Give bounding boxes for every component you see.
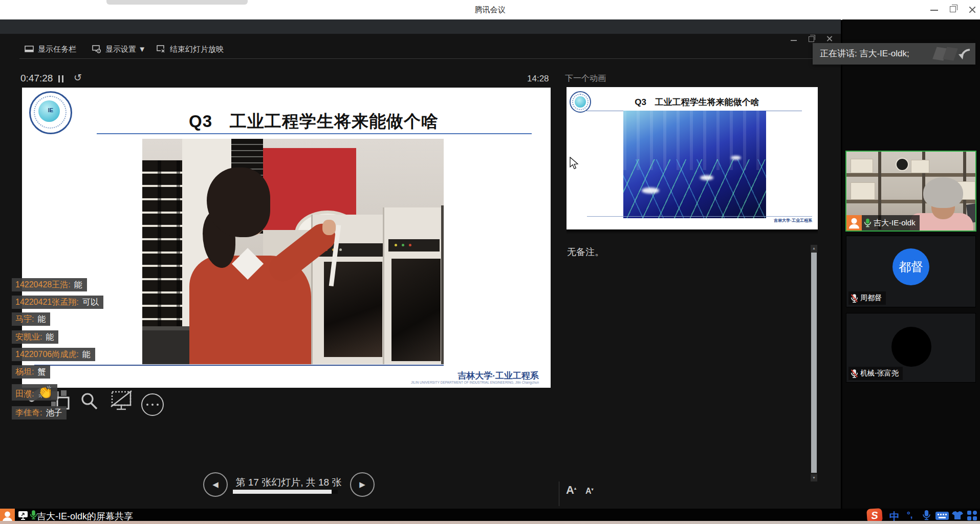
chat-message: 马宇:能 — [12, 312, 50, 326]
increase-font-button[interactable]: A▴ — [566, 484, 576, 497]
preview-slide-footer: 吉林大学·工业工程系 — [720, 218, 812, 223]
window-titlebar: 腾讯会议 — [0, 0, 980, 20]
black-screen-button[interactable] — [110, 389, 133, 415]
avatar: 都督 — [892, 248, 929, 285]
taskbar-icon — [25, 45, 34, 54]
speaking-indicator-text: 正在讲话: 吉大-IE-oldk; — [820, 43, 909, 65]
mic-muted-icon — [851, 294, 858, 303]
slide-footer: 吉林大学·工业工程系 — [380, 370, 539, 382]
more-options-button[interactable] — [141, 393, 164, 416]
toolbar-separator — [19, 58, 838, 59]
chat-message: 安凯业:能 — [12, 330, 58, 344]
photo-tape-drive — [383, 207, 443, 364]
speaking-indicator-toast: 正在讲话: 吉大-IE-oldk; — [813, 43, 975, 65]
video-tile-speaker[interactable]: 吉大-IE-oldk — [845, 151, 976, 232]
display-settings-icon — [92, 45, 101, 54]
timer-elapsed: 0:47:28 — [20, 73, 53, 84]
slide-progress-track — [233, 490, 338, 494]
ime-mic-icon[interactable] — [922, 510, 931, 521]
screen: 腾讯会议 显示任务栏 显示设置 ▼ — [0, 0, 980, 524]
chat-message: 田濮:👏 — [12, 384, 57, 401]
screen-share-icon — [18, 511, 28, 520]
chat-message: 杨坦:蟹 — [12, 365, 50, 379]
black-screen-icon — [110, 389, 133, 413]
participant-label: 机械-张富尧 — [848, 367, 903, 380]
mic-muted-icon — [851, 369, 858, 379]
slide-footer-line — [34, 365, 444, 366]
chat-message: 14220706尚成虎:能 — [12, 348, 95, 361]
restart-timer-icon[interactable]: ↺ — [74, 72, 82, 83]
participant-name: 机械-张富尧 — [860, 369, 899, 378]
mic-on-icon — [864, 218, 872, 228]
chat-message: 14220428王浩:能 — [12, 278, 87, 291]
pause-timer-icon[interactable] — [58, 75, 64, 82]
slide-photo — [142, 139, 444, 364]
restore-icon[interactable] — [950, 6, 956, 12]
scroll-down-icon[interactable]: ▼ — [811, 474, 817, 481]
taskbar-peek-strip — [0, 521, 980, 524]
mic-on-icon — [30, 510, 37, 520]
previous-slide-button[interactable]: ◀ — [203, 472, 228, 497]
photo-tape-shelf — [142, 160, 182, 339]
display-settings-label: 显示设置 ▼ — [105, 45, 146, 54]
participant-name: 吉大-IE-oldk — [874, 218, 916, 228]
magnifier-icon — [80, 392, 100, 411]
window-title: 腾讯会议 — [0, 0, 980, 19]
next-slide-button[interactable]: ▶ — [350, 472, 375, 497]
video-tile[interactable]: 机械-张富尧 — [846, 313, 976, 383]
end-slideshow-button[interactable]: 结束幻灯片放映 — [157, 43, 228, 55]
slide-footer-en: JILIN UNIVERSITY DEPARTMENT OF INDUSTRIA… — [380, 381, 539, 384]
participant-label: 周都督 — [848, 291, 886, 305]
slide-title: Q3 工业工程学生将来能做个啥 — [135, 110, 493, 133]
presenter-view: 显示任务栏 显示设置 ▼ 结束幻灯片放映 0:47:2 — [0, 19, 841, 510]
clock-decor — [896, 158, 909, 171]
close-icon[interactable] — [968, 6, 976, 14]
next-slide-preview: Q3 工业工程学生将来能做个啥 吉林大学·工业工程系 — [567, 87, 818, 229]
show-taskbar-button[interactable]: 显示任务栏 — [25, 43, 92, 55]
chat-message: 14220421张孟翔:可以 — [12, 296, 103, 309]
ppt-minimize-icon[interactable] — [791, 40, 797, 41]
chat-message: 李佳奇:池子 — [12, 406, 67, 420]
participant-label: 吉大-IE-oldk — [862, 215, 920, 230]
scroll-up-icon[interactable]: ▲ — [811, 245, 817, 252]
zoom-slide-button[interactable] — [80, 392, 100, 413]
ime-toolbox-icon[interactable] — [967, 511, 977, 520]
person-icon — [846, 215, 862, 230]
avatar — [891, 327, 931, 367]
university-logo: IE — [29, 91, 72, 134]
preview-city-image — [623, 111, 766, 218]
bottom-bar: 吉大-IE-oldk的屏幕共享 S 中 °, — [0, 509, 980, 524]
end-slideshow-label: 结束幻灯片放映 — [170, 45, 224, 54]
scrollbar-thumb[interactable] — [811, 253, 817, 473]
video-tile[interactable]: 都督 周都督 — [846, 236, 976, 307]
ime-punctuation-button[interactable]: °, — [907, 510, 913, 520]
participants-sidebar: 吉大-IE-oldk 都督 周都督 — [842, 19, 980, 510]
slide-progress-fill — [233, 490, 332, 494]
speaker-notes: 无备注。 — [567, 246, 604, 258]
host-badge — [846, 215, 862, 230]
ime-skin-icon[interactable] — [952, 511, 963, 520]
current-time: 14:28 — [527, 74, 549, 84]
university-logo — [570, 91, 591, 113]
slide-counter: 第 17 张幻灯片, 共 18 张 — [230, 476, 347, 489]
display-settings-button[interactable]: 显示设置 ▼ — [92, 43, 153, 55]
ime-keyboard-icon[interactable] — [935, 512, 949, 520]
end-slideshow-icon — [157, 45, 166, 54]
ppt-restore-icon[interactable] — [809, 36, 814, 42]
logo-ie-text: IE — [31, 107, 71, 113]
mouse-cursor — [570, 157, 579, 170]
decrease-font-button[interactable]: A▾ — [585, 487, 594, 496]
show-taskbar-label: 显示任务栏 — [38, 45, 76, 54]
title-underline — [97, 133, 532, 134]
notes-scrollbar[interactable]: ▲ ▼ — [811, 245, 817, 481]
preview-slide-title: Q3 工业工程学生将来能做个啥 — [618, 96, 776, 108]
current-slide: IE Q3 工业工程学生将来能做个啥 — [22, 88, 551, 388]
minimize-icon[interactable] — [930, 10, 938, 11]
next-animation-label: 下一个动画 — [565, 73, 606, 84]
reply-arrow-icon — [956, 47, 971, 60]
presenter-top-strip — [0, 19, 841, 34]
participant-name: 周都督 — [860, 294, 882, 303]
ppt-close-icon[interactable] — [826, 35, 833, 42]
